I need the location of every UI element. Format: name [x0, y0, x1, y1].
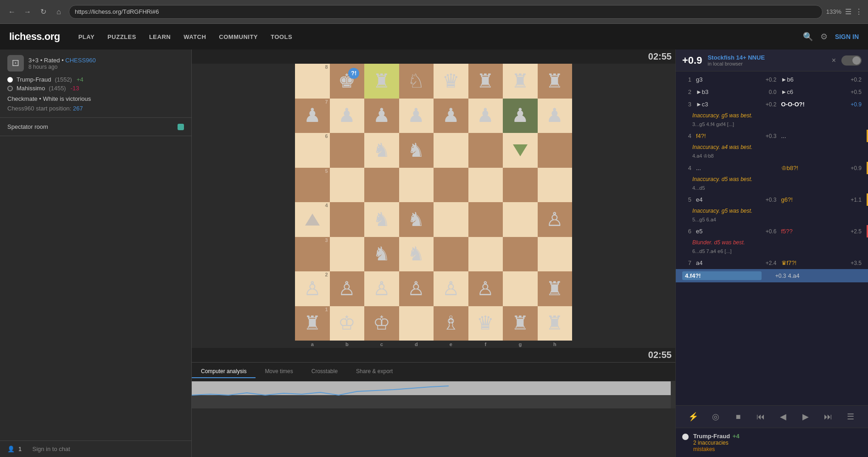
- square-e2[interactable]: ♙: [434, 271, 468, 306]
- square-g4[interactable]: [503, 202, 538, 237]
- nav-puzzles[interactable]: PUZZLES: [107, 33, 136, 40]
- square-a1[interactable]: 1♜: [295, 306, 330, 341]
- square-d7[interactable]: ♟: [399, 99, 434, 133]
- square-a2[interactable]: 2♙: [295, 271, 330, 306]
- square-c8[interactable]: ♜: [364, 64, 399, 99]
- next-move-button[interactable]: ▶: [798, 409, 813, 424]
- square-e8[interactable]: ♛: [434, 64, 468, 99]
- square-b8[interactable]: ♚ ?!: [330, 64, 365, 99]
- first-move-button[interactable]: ⏮: [753, 409, 768, 424]
- square-d8[interactable]: ♘: [399, 64, 434, 99]
- file-f: f: [468, 341, 503, 347]
- square-d1[interactable]: [399, 306, 434, 341]
- chess960-link[interactable]: CHESS960: [65, 57, 95, 64]
- more-menu-button[interactable]: ☰: [843, 409, 858, 424]
- tab-move-times[interactable]: Move times: [256, 365, 302, 378]
- square-b4[interactable]: [330, 202, 365, 237]
- nav-tools[interactable]: TOOLS: [271, 33, 292, 40]
- monitor-button[interactable]: ■: [731, 409, 746, 424]
- square-e6[interactable]: [434, 133, 468, 168]
- sign-in-chat-link[interactable]: Sign in to chat: [32, 446, 70, 452]
- site-logo[interactable]: lichess.org: [9, 31, 60, 43]
- engine-toggle[interactable]: [841, 55, 862, 66]
- square-h7[interactable]: ♟: [538, 99, 573, 133]
- square-g1[interactable]: ♜: [503, 306, 538, 341]
- square-f3[interactable]: [468, 237, 503, 272]
- refresh-button[interactable]: ↻: [37, 6, 50, 18]
- square-c1[interactable]: ♔: [364, 306, 399, 341]
- tab-share-export[interactable]: Share & export: [347, 365, 402, 378]
- nav-watch[interactable]: WATCH: [184, 33, 206, 40]
- square-g7[interactable]: ♟: [503, 99, 538, 133]
- prev-move-button[interactable]: ◀: [776, 409, 790, 424]
- flip-board-button[interactable]: ⚡: [686, 409, 701, 424]
- home-button[interactable]: ⌂: [52, 6, 65, 18]
- square-b5[interactable]: [330, 168, 365, 203]
- square-f6[interactable]: [468, 133, 503, 168]
- square-h4[interactable]: ♙: [538, 202, 573, 237]
- sign-in-button[interactable]: SIGN IN: [835, 33, 859, 40]
- square-b3[interactable]: [330, 237, 365, 272]
- square-c4[interactable]: ♞: [364, 202, 399, 237]
- tab-crosstable[interactable]: Crosstable: [302, 365, 347, 378]
- square-a5[interactable]: 5: [295, 168, 330, 203]
- square-c3[interactable]: ♞: [364, 237, 399, 272]
- nav-learn[interactable]: LEARN: [149, 33, 171, 40]
- last-move-button[interactable]: ⏭: [821, 409, 835, 424]
- search-icon[interactable]: 🔍: [803, 32, 813, 42]
- tab-computer-analysis[interactable]: Computer analysis: [192, 365, 256, 378]
- start-pos-link[interactable]: 267: [73, 105, 83, 112]
- square-a6[interactable]: 6: [295, 133, 330, 168]
- square-c2[interactable]: ♙: [364, 271, 399, 306]
- square-f2[interactable]: ♙: [468, 271, 503, 306]
- square-h2[interactable]: ♜: [538, 271, 573, 306]
- back-button[interactable]: ←: [6, 6, 18, 18]
- square-b7[interactable]: ♟: [330, 99, 365, 133]
- square-b6[interactable]: [330, 133, 365, 168]
- square-g2[interactable]: [503, 271, 538, 306]
- forward-button[interactable]: →: [21, 6, 34, 18]
- nav-community[interactable]: COMMUNITY: [219, 33, 258, 40]
- nav-play[interactable]: PLAY: [78, 33, 95, 40]
- square-a3[interactable]: 3: [295, 237, 330, 272]
- current-black-move[interactable]: 4.a4: [788, 272, 862, 279]
- square-f8[interactable]: ♜: [468, 64, 503, 99]
- square-c5[interactable]: [364, 168, 399, 203]
- target-button[interactable]: ◎: [708, 409, 723, 424]
- square-e4[interactable]: [434, 202, 468, 237]
- square-a8[interactable]: 8: [295, 64, 330, 99]
- square-d4[interactable]: ♞: [399, 202, 434, 237]
- square-g8[interactable]: ♜: [503, 64, 538, 99]
- square-g3[interactable]: [503, 237, 538, 272]
- square-d6[interactable]: ♞: [399, 133, 434, 168]
- square-c7[interactable]: ♟: [364, 99, 399, 133]
- settings-icon[interactable]: ⚙: [820, 32, 828, 42]
- square-f1[interactable]: ♛: [468, 306, 503, 341]
- square-h8[interactable]: ♜: [538, 64, 573, 99]
- square-h6[interactable]: [538, 133, 573, 168]
- square-h5[interactable]: [538, 168, 573, 203]
- square-c6[interactable]: ♞: [364, 133, 399, 168]
- square-e3[interactable]: [434, 237, 468, 272]
- square-f5[interactable]: [468, 168, 503, 203]
- square-d5[interactable]: [399, 168, 434, 203]
- square-b1[interactable]: ♔: [330, 306, 365, 341]
- square-e7[interactable]: ♟: [434, 99, 468, 133]
- square-a7[interactable]: ♟7: [295, 99, 330, 133]
- chart-scrollbar[interactable]: [671, 381, 675, 408]
- square-h3[interactable]: [538, 237, 573, 272]
- square-g5[interactable]: [503, 168, 538, 203]
- square-h1[interactable]: ♜: [538, 306, 573, 341]
- address-bar[interactable]: https://lichess.org/TdRGFHRi#6: [69, 5, 823, 19]
- square-f7[interactable]: ♟: [468, 99, 503, 133]
- square-d2[interactable]: ♙: [399, 271, 434, 306]
- square-a4[interactable]: 4: [295, 202, 330, 237]
- close-engine-button[interactable]: ×: [832, 56, 836, 65]
- square-f4[interactable]: [468, 202, 503, 237]
- square-e5[interactable]: [434, 168, 468, 203]
- current-white-move[interactable]: 4.f4?!: [682, 271, 762, 280]
- square-e1[interactable]: ♗: [434, 306, 468, 341]
- square-g6[interactable]: [503, 133, 538, 168]
- square-b2[interactable]: ♙: [330, 271, 365, 306]
- square-d3[interactable]: ♞: [399, 237, 434, 272]
